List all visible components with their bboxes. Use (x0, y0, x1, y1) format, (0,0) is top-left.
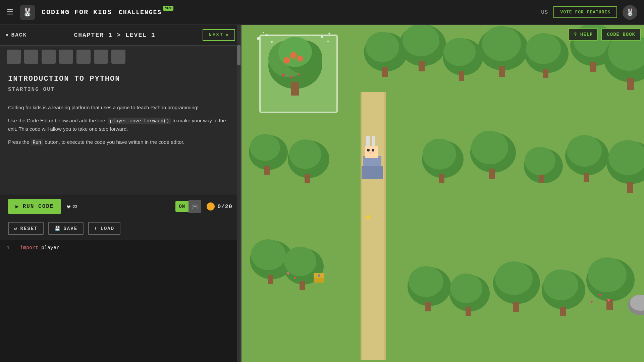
svg-text:♥: ♥ (293, 276, 296, 281)
divider (8, 98, 232, 98)
user-avatar[interactable]: 🐰 (623, 5, 637, 20)
scrollbar-track[interactable] (237, 25, 240, 362)
action-bar: ▶ RUN CODE ❤️ ∞ ON 🎮 0/20 (0, 194, 240, 219)
save-button[interactable]: 💾 SAVE (48, 222, 84, 235)
svg-text:♥: ♥ (298, 72, 301, 77)
load-icon: ⬆ (94, 226, 98, 231)
svg-point-9 (290, 52, 297, 59)
codebook-button[interactable]: CODE BOOK (601, 28, 641, 41)
paragraph-2: Use the Code Editor below and add the li… (8, 117, 232, 133)
svg-rect-40 (305, 174, 310, 183)
coin-icon (207, 202, 215, 210)
on-toggle[interactable]: ON 🎮 (175, 200, 201, 213)
svg-point-39 (289, 139, 321, 169)
level-dot-6[interactable] (94, 50, 108, 64)
svg-rect-7 (291, 82, 299, 96)
floating-buttons: ? HELP CODE BOOK (565, 25, 644, 44)
header-right: US VOTE FOR FEATURES 🐰 (541, 5, 637, 20)
bottom-bar: ↺ RESET 💾 SAVE ⬆ LOAD (0, 219, 240, 240)
svg-point-10 (297, 56, 303, 62)
svg-text:♥: ♥ (607, 298, 610, 303)
svg-rect-34 (627, 78, 634, 90)
level-dot-4[interactable] (59, 50, 73, 64)
svg-point-85 (495, 261, 533, 295)
code-line-1: 1 import player (7, 245, 234, 251)
svg-point-53 (251, 239, 286, 270)
next-chevron-icon: » (225, 32, 229, 38)
svg-point-24 (482, 26, 521, 61)
svg-point-102 (321, 36, 323, 38)
code-editor[interactable]: 1 import player (0, 240, 240, 362)
vote-button[interactable]: VOTE FOR FEATURES (553, 6, 617, 18)
svg-rect-77 (627, 182, 633, 193)
locale-label: US (541, 9, 548, 15)
header: ☰ 🐰 CODING FOR KIDS CHALLENGES NEW US VO… (0, 0, 644, 25)
svg-rect-60 (318, 274, 320, 277)
run-code-button[interactable]: ▶ RUN CODE (8, 199, 61, 214)
main-layout: « BACK CHAPTER 1 > LEVEL 1 NEXT » INTRO (0, 25, 644, 362)
svg-rect-47 (372, 136, 375, 146)
back-button[interactable]: « BACK (5, 32, 27, 38)
load-button[interactable]: ⬆ LOAD (88, 222, 120, 235)
svg-rect-65 (439, 174, 444, 183)
svg-point-73 (567, 135, 602, 167)
code-content-1: import player (20, 245, 59, 251)
svg-point-15 (366, 32, 399, 62)
svg-rect-86 (513, 302, 519, 312)
challenges-button[interactable]: CHALLENGES NEW (119, 9, 162, 16)
svg-text:♥: ♥ (287, 271, 289, 276)
code-snippet: player.move_forward() (108, 118, 171, 124)
level-dot-7[interactable] (111, 50, 125, 64)
svg-point-27 (526, 33, 561, 64)
svg-point-6 (278, 37, 312, 67)
level-dot-3[interactable] (42, 50, 56, 64)
next-button[interactable]: NEXT » (203, 29, 235, 41)
svg-point-64 (423, 139, 456, 170)
help-button[interactable]: ? HELP (569, 28, 598, 41)
scrollbar-thumb[interactable] (237, 45, 240, 65)
svg-rect-57 (300, 281, 305, 290)
svg-text:♥: ♥ (282, 72, 285, 79)
heart-icon: ❤️ (66, 202, 70, 211)
keyword-import: import (20, 245, 38, 251)
svg-point-48 (367, 149, 370, 152)
svg-rect-80 (425, 302, 431, 311)
on-label: ON (175, 201, 189, 212)
left-panel: « BACK CHAPTER 1 > LEVEL 1 NEXT » INTRO (0, 25, 241, 362)
paragraph-1: Coding for kids is a learning platform t… (8, 104, 232, 112)
svg-point-79 (409, 266, 443, 297)
header-left: ☰ 🐰 CODING FOR KIDS CHALLENGES NEW (7, 5, 162, 20)
game-scene-svg: ♥ ♥ ♥ (241, 25, 644, 362)
level-dots (0, 46, 240, 68)
chapter-title: CHAPTER 1 > LEVEL 1 (34, 32, 196, 39)
coin-value: 0/20 (217, 203, 232, 210)
svg-point-88 (543, 269, 578, 300)
svg-text:♥: ♥ (590, 300, 593, 305)
site-title: CODING FOR KIDS (42, 8, 112, 16)
svg-point-18 (402, 25, 439, 56)
reset-button[interactable]: ↺ RESET (8, 222, 44, 235)
toggle-avatar-icon: 🎮 (189, 200, 201, 213)
play-icon: ▶ (15, 203, 19, 210)
svg-rect-71 (539, 175, 544, 183)
game-canvas: ♥ ♥ ♥ (241, 25, 644, 362)
menu-icon[interactable]: ☰ (7, 8, 13, 17)
svg-point-99 (266, 34, 268, 36)
level-dot-5[interactable] (76, 50, 91, 64)
level-dot-1[interactable] (7, 50, 21, 64)
svg-point-21 (443, 38, 476, 66)
svg-rect-22 (459, 71, 464, 81)
svg-rect-25 (499, 66, 505, 77)
svg-rect-42 (362, 92, 384, 360)
svg-point-103 (327, 41, 329, 42)
svg-text:♥: ♥ (599, 292, 602, 298)
svg-rect-19 (419, 61, 425, 71)
level-dot-2[interactable] (24, 50, 38, 64)
svg-point-49 (372, 149, 374, 152)
svg-rect-68 (489, 169, 495, 179)
reset-icon: ↺ (14, 226, 17, 231)
svg-rect-44 (362, 166, 383, 179)
svg-point-82 (450, 274, 482, 303)
hearts-area: ❤️ ∞ (66, 202, 77, 211)
svg-point-70 (525, 147, 555, 175)
